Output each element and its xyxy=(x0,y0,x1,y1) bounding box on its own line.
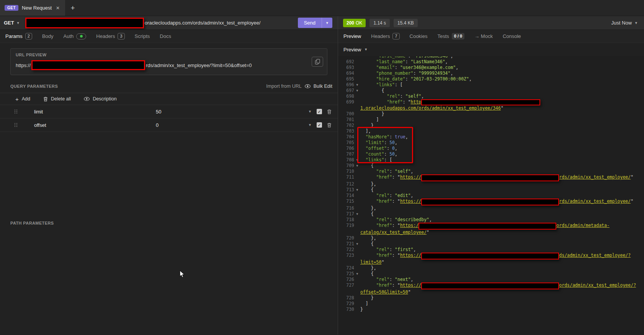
json-link[interactable]: https:// xyxy=(400,199,421,205)
param-enabled-checkbox[interactable]: ✓ xyxy=(317,122,322,128)
json-punct: }, xyxy=(371,181,376,187)
code-line-699: 699 "href": "http1.oraclecloudapps.com/o… xyxy=(338,99,644,111)
json-key: "last_name" xyxy=(376,59,405,65)
import-from-url-button[interactable]: Import from URL xyxy=(266,84,301,89)
json-punct: " xyxy=(631,174,633,181)
code-line-content: "href": "https://rds/admin/xx_test_emplo… xyxy=(360,174,644,181)
fold-caret-icon[interactable]: ▼ xyxy=(354,82,360,88)
code-line-content: "href": "https:/ords/admin/metadata-cata… xyxy=(360,223,644,235)
add-param-button[interactable]: + Add xyxy=(15,96,30,102)
preview-mode-dropdown[interactable]: Preview ▼ xyxy=(338,43,644,56)
param-value-input[interactable]: 50 xyxy=(156,109,308,115)
fold-caret-icon[interactable]: ▼ xyxy=(354,163,360,169)
json-key: "hire_date" xyxy=(376,76,405,82)
code-line-content: ] xyxy=(360,117,644,123)
line-number: 730 xyxy=(338,307,354,312)
json-link[interactable]: catalog/xx_test_employee/ xyxy=(360,230,427,235)
json-punct: ], xyxy=(366,128,371,134)
fold-caret-icon[interactable]: ▼ xyxy=(354,88,360,94)
fold-caret-icon[interactable]: ▼ xyxy=(354,187,360,193)
tab--mock[interactable]: → Mock xyxy=(474,33,493,39)
code-line-716: 716 }, xyxy=(338,205,644,211)
tab-auth[interactable]: Auth xyxy=(64,33,87,39)
tab-headers[interactable]: Headers3 xyxy=(96,33,124,39)
json-punct: }, xyxy=(371,235,376,241)
code-line-content: "href": "https://ords/admin/xx_test_empl… xyxy=(360,282,644,295)
json-link[interactable]: offset=50&limit=50 xyxy=(360,289,408,295)
json-link[interactable]: https:/ xyxy=(400,223,418,230)
json-link[interactable]: https:// xyxy=(400,174,421,181)
param-options-caret[interactable]: ▼ xyxy=(308,110,312,113)
tab-cookies[interactable]: Cookies xyxy=(410,33,428,39)
method-dropdown[interactable]: GET ▼ xyxy=(4,20,20,26)
send-options-caret[interactable]: ▼ xyxy=(322,18,332,28)
fold-caret-icon[interactable]: ▼ xyxy=(354,271,360,277)
line-number: 727 xyxy=(338,282,354,288)
json-link[interactable]: rds/admin/xx_test_employee/ xyxy=(559,174,631,181)
tab-console[interactable]: Console xyxy=(503,33,521,39)
delete-param-button[interactable] xyxy=(327,109,332,114)
line-number: 702 xyxy=(338,123,354,128)
drag-handle-icon[interactable] xyxy=(15,110,17,113)
line-number: 703 xyxy=(338,128,354,134)
json-link[interactable]: limit=50 xyxy=(360,259,381,265)
json-punct xyxy=(360,94,387,99)
param-enabled-checkbox[interactable]: ✓ xyxy=(317,109,322,114)
json-string: "edit" xyxy=(395,193,411,199)
code-line-710: 710 "rel": "self", xyxy=(338,169,644,174)
close-tab-icon[interactable]: ✕ xyxy=(56,5,60,11)
json-link[interactable]: https:// xyxy=(400,282,421,289)
delete-param-button[interactable] xyxy=(327,123,332,128)
json-link[interactable]: ds/admin/xx_test_employee/? xyxy=(559,253,631,259)
json-link[interactable]: ords/admin/metadata- xyxy=(556,223,609,230)
json-link[interactable]: ords/admin/xx_test_employee/? xyxy=(559,282,636,289)
code-line-720: 720 }, xyxy=(338,235,644,241)
tab-tests[interactable]: Tests0 / 0 xyxy=(437,33,464,39)
json-link[interactable]: rds/admin/xx_test_employee/ xyxy=(559,199,631,205)
history-dropdown[interactable]: Just Now ▼ xyxy=(611,20,638,26)
response-meta-bar: 200OK 1.14 s 15.4 KB Just Now ▼ xyxy=(338,16,644,30)
tab-params[interactable]: Params2 xyxy=(5,33,32,39)
tab-body[interactable]: Body xyxy=(42,33,54,39)
url-input[interactable]: oraclecloudapps.com/ords/admin/xx_test_e… xyxy=(145,20,298,26)
json-punct: " xyxy=(381,259,384,265)
param-options-caret[interactable]: ▼ xyxy=(308,123,312,127)
tab-preview[interactable]: Preview xyxy=(343,33,361,39)
tab-scripts[interactable]: Scripts xyxy=(135,33,150,39)
json-punct xyxy=(360,128,366,134)
json-punct: , xyxy=(421,94,424,99)
json-link[interactable]: 1.oraclecloudapps.com/ords/admin/xx_test… xyxy=(360,105,501,111)
param-name-input[interactable]: offset xyxy=(34,122,156,128)
json-punct xyxy=(360,134,366,140)
code-line-content: }, xyxy=(360,235,644,241)
copy-url-button[interactable] xyxy=(312,57,323,67)
new-tab-button[interactable]: + xyxy=(65,0,80,16)
code-line-content: "href": "http1.oraclecloudapps.com/ords/… xyxy=(360,99,644,111)
tab-headers[interactable]: Headers7 xyxy=(371,33,399,39)
json-link[interactable]: http xyxy=(411,99,422,105)
bulk-edit-button[interactable]: Bulk Edit xyxy=(314,84,332,89)
json-punct: : xyxy=(392,282,397,289)
json-punct: : xyxy=(389,277,395,282)
request-tab[interactable]: GET New Request ✕ xyxy=(0,0,65,16)
response-body-viewer[interactable]: "first_name": "FirstName346",692 "last_n… xyxy=(338,56,644,335)
param-value-input[interactable]: 0 xyxy=(156,122,308,128)
fold-caret-icon[interactable]: ▼ xyxy=(354,211,360,217)
json-punct xyxy=(360,123,371,128)
fold-caret-icon[interactable]: ▼ xyxy=(354,157,360,163)
code-line-700: 700 } xyxy=(338,111,644,117)
json-punct: " xyxy=(397,282,400,289)
description-toggle-button[interactable]: Description xyxy=(84,96,117,102)
json-punct xyxy=(360,82,376,88)
json-punct: { xyxy=(371,271,374,277)
eye-icon xyxy=(84,97,90,101)
drag-handle-icon[interactable] xyxy=(15,123,17,127)
fold-caret-icon[interactable]: ▼ xyxy=(354,241,360,247)
json-punct: : xyxy=(392,174,397,181)
tab-docs[interactable]: Docs xyxy=(160,33,171,39)
param-name-input[interactable]: limit xyxy=(34,109,156,115)
send-button[interactable]: Send ▼ xyxy=(298,18,332,28)
delete-all-button[interactable]: Delete all xyxy=(43,96,71,102)
code-line-726: 726 "rel": "next", xyxy=(338,277,644,282)
json-link[interactable]: https:// xyxy=(400,253,421,259)
